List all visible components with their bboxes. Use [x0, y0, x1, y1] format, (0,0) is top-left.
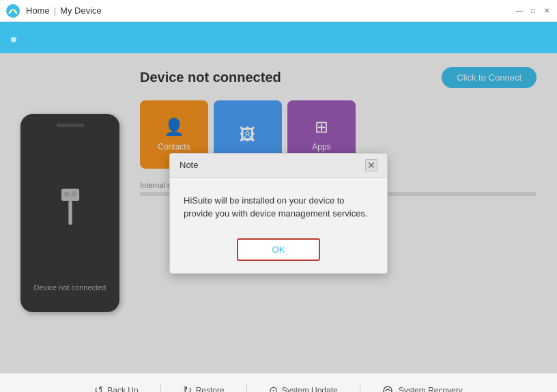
modal-body: HiSuite will be installed on your device… [170, 178, 387, 232]
header-indicator [11, 37, 16, 42]
toolbar-backup[interactable]: ↺ Back Up [94, 384, 138, 392]
modal-header: Note ✕ [170, 154, 387, 178]
window-controls: — □ ✕ [515, 6, 552, 16]
title-bar-left: Home | My Device [5, 3, 102, 18]
toolbar-sep-3 [360, 384, 360, 393]
restore-label: Restore [196, 386, 225, 393]
modal-title: Note [180, 160, 198, 170]
toolbar-system-update[interactable]: ⊙ System Update [269, 384, 338, 392]
modal-overlay: Note ✕ HiSuite will be installed on your… [0, 53, 557, 373]
maximize-button[interactable]: □ [528, 6, 538, 16]
system-update-label: System Update [282, 386, 338, 393]
toolbar-sep-1 [160, 384, 161, 393]
current-page-label: My Device [60, 5, 102, 16]
backup-label: Back Up [107, 386, 138, 393]
system-recovery-label: System Recovery [399, 386, 463, 393]
breadcrumb-separator: | [54, 5, 56, 16]
home-link[interactable]: Home [26, 5, 50, 16]
breadcrumb: Home | My Device [26, 5, 102, 16]
system-recovery-icon [382, 385, 393, 393]
app-logo-icon [5, 3, 20, 18]
note-dialog: Note ✕ HiSuite will be installed on your… [169, 153, 388, 274]
backup-icon: ↺ [94, 384, 103, 392]
close-button[interactable]: ✕ [542, 6, 552, 16]
modal-close-button[interactable]: ✕ [365, 159, 377, 171]
restore-icon: ↻ [183, 384, 192, 392]
main-content: Device not connected Device not connecte… [0, 53, 557, 373]
system-update-icon: ⊙ [269, 384, 278, 392]
bottom-toolbar: ↺ Back Up ↻ Restore ⊙ System Update Syst… [0, 373, 557, 392]
toolbar-restore[interactable]: ↻ Restore [183, 384, 225, 392]
header-bar [0, 22, 557, 53]
modal-ok-button[interactable]: OK [237, 238, 321, 261]
toolbar-sep-2 [246, 384, 247, 393]
modal-footer: OK [170, 232, 387, 273]
title-bar: Home | My Device — □ ✕ [0, 0, 557, 22]
minimize-button[interactable]: — [515, 6, 524, 16]
toolbar-system-recovery[interactable]: System Recovery [382, 385, 463, 393]
modal-message: HiSuite will be installed on your device… [184, 195, 368, 219]
